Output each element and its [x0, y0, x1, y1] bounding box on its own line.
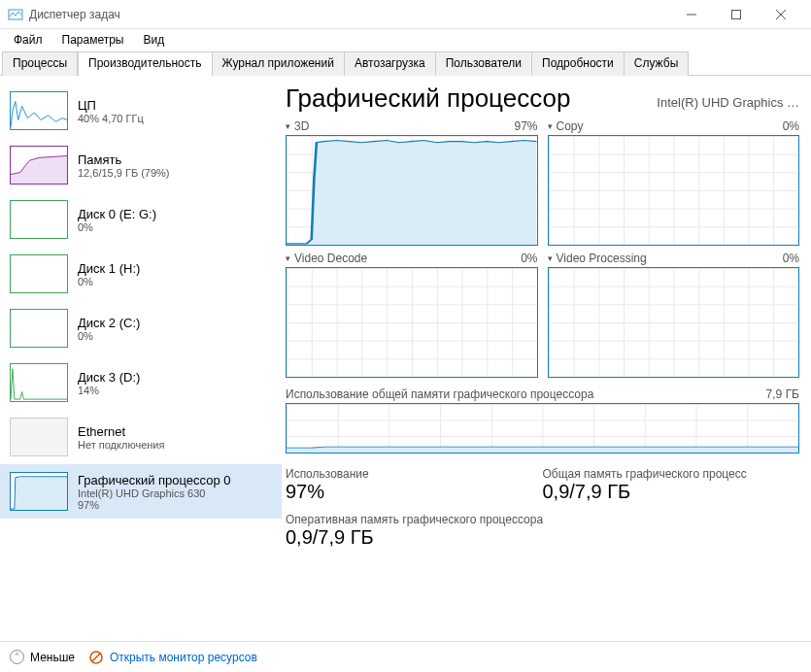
engine-vp-label[interactable]: Video Processing	[557, 252, 647, 265]
engine-vd-label[interactable]: Video Decode	[294, 252, 367, 265]
sidebar-item-disk3[interactable]: Диск 3 (D:) 14%	[0, 355, 282, 410]
menu-bar: Файл Параметры Вид	[0, 29, 811, 50]
engine-3d-chart	[286, 135, 538, 246]
engine-3d-label[interactable]: 3D	[294, 119, 309, 133]
gpu0-sub: Intel(R) UHD Graphics 630	[78, 487, 231, 499]
open-resmon-label: Открыть монитор ресурсов	[110, 651, 257, 664]
engine-vp-pct: 0%	[783, 252, 799, 265]
chevron-down-icon[interactable]: ▾	[548, 121, 553, 131]
stat-usage: Использование 97%	[286, 467, 543, 503]
stat-usage-label: Использование	[286, 467, 543, 481]
engine-vd-chart	[286, 267, 538, 378]
resmon-icon	[88, 650, 104, 665]
gpu0-thumb-chart	[10, 472, 68, 511]
shared-memory-chart	[286, 403, 799, 454]
disk3-label: Диск 3 (D:)	[78, 370, 140, 385]
svg-marker-6	[11, 477, 67, 510]
stat-dedicated: Оперативная память графического процессо…	[286, 513, 799, 549]
engine-copy-chart	[548, 135, 800, 246]
svg-marker-5	[11, 156, 67, 185]
chevron-down-icon[interactable]: ▾	[286, 121, 290, 131]
tab-details[interactable]: Подробности	[531, 51, 625, 76]
sidebar-item-gpu0[interactable]: Графический процессор 0 Intel(R) UHD Gra…	[0, 464, 282, 519]
memory-thumb-chart	[10, 146, 68, 185]
stat-shared-label: Общая память графического процесс	[543, 467, 800, 481]
sidebar-item-cpu[interactable]: ЦП 40% 4,70 ГГц	[0, 84, 282, 138]
menu-view[interactable]: Вид	[135, 31, 172, 49]
ethernet-thumb-chart	[10, 418, 68, 456]
shared-memory-label: Использование общей памяти графического …	[286, 387, 593, 401]
svg-marker-8	[287, 447, 798, 453]
chevron-up-icon: ˄	[10, 650, 24, 664]
engine-vp-chart	[548, 267, 800, 378]
svg-line-10	[92, 654, 100, 661]
window-title: Диспетчер задач	[29, 8, 669, 21]
disk2-thumb-chart	[10, 309, 68, 348]
stat-shared-value: 0,9/7,9 ГБ	[543, 481, 800, 503]
tab-services[interactable]: Службы	[624, 51, 689, 76]
disk2-sub: 0%	[78, 330, 140, 342]
disk0-thumb-chart	[10, 200, 68, 239]
fewer-details-button[interactable]: ˄ Меньше	[10, 650, 75, 664]
chevron-down-icon[interactable]: ▾	[286, 253, 290, 263]
engine-3d-pct: 97%	[514, 119, 537, 133]
minimize-button[interactable]	[669, 0, 714, 29]
gpu-device-name: Intel(R) UHD Graphics …	[657, 95, 799, 110]
tab-processes[interactable]: Процессы	[2, 51, 78, 76]
disk0-label: Диск 0 (E: G:)	[78, 207, 156, 221]
sidebar-item-disk0[interactable]: Диск 0 (E: G:) 0%	[0, 192, 282, 247]
disk1-sub: 0%	[78, 276, 140, 287]
cpu-thumb-chart	[10, 91, 68, 130]
maximize-button[interactable]	[714, 0, 759, 29]
window-titlebar: Диспетчер задач	[0, 0, 811, 29]
memory-sub: 12,6/15,9 ГБ (79%)	[78, 167, 170, 179]
sidebar-item-memory[interactable]: Память 12,6/15,9 ГБ (79%)	[0, 138, 282, 192]
memory-label: Память	[78, 152, 170, 167]
gpu0-pct: 97%	[78, 499, 231, 511]
disk0-sub: 0%	[78, 221, 156, 233]
menu-options[interactable]: Параметры	[54, 31, 132, 49]
tab-strip: Процессы Производительность Журнал прило…	[0, 50, 811, 76]
engine-copy-label[interactable]: Copy	[557, 119, 584, 133]
footer-bar: ˄ Меньше Открыть монитор ресурсов	[0, 641, 811, 672]
stat-shared: Общая память графического процесс 0,9/7,…	[543, 467, 800, 503]
sidebar-item-ethernet[interactable]: Ethernet Нет подключения	[0, 410, 282, 464]
disk3-sub: 14%	[78, 385, 140, 396]
gpu0-label: Графический процессор 0	[78, 473, 231, 487]
engine-3d: ▾3D 97%	[286, 119, 538, 246]
app-icon	[8, 7, 23, 22]
tab-performance[interactable]: Производительность	[78, 51, 212, 76]
engine-copy-pct: 0%	[783, 119, 799, 133]
cpu-label: ЦП	[78, 98, 144, 113]
engine-vd-pct: 0%	[521, 252, 537, 265]
menu-file[interactable]: Файл	[6, 31, 51, 49]
engine-copy: ▾Copy 0%	[548, 119, 800, 246]
engine-video-processing: ▾Video Processing 0%	[548, 252, 800, 378]
chevron-down-icon[interactable]: ▾	[548, 253, 553, 263]
open-resmon-link[interactable]: Открыть монитор ресурсов	[88, 650, 257, 665]
sidebar-item-disk2[interactable]: Диск 2 (C:) 0%	[0, 301, 282, 355]
shared-memory-max: 7,9 ГБ	[766, 387, 799, 401]
performance-sidebar: ЦП 40% 4,70 ГГц Память 12,6/15,9 ГБ (79%…	[0, 76, 282, 639]
page-title: Графический процессор	[286, 84, 570, 114]
stat-dedicated-label: Оперативная память графического процессо…	[286, 513, 799, 526]
cpu-sub: 40% 4,70 ГГц	[78, 113, 144, 124]
fewer-details-label: Меньше	[30, 651, 75, 664]
disk2-label: Диск 2 (C:)	[78, 316, 140, 330]
close-button[interactable]	[759, 0, 803, 29]
stat-dedicated-value: 0,9/7,9 ГБ	[286, 526, 799, 549]
disk1-label: Диск 1 (H:)	[78, 261, 140, 276]
svg-marker-7	[287, 140, 537, 245]
stat-usage-value: 97%	[286, 481, 543, 503]
main-detail-pane: Графический процессор Intel(R) UHD Graph…	[282, 76, 811, 639]
disk3-thumb-chart	[10, 363, 68, 402]
content-area: ЦП 40% 4,70 ГГц Память 12,6/15,9 ГБ (79%…	[0, 76, 811, 639]
ethernet-sub: Нет подключения	[78, 439, 164, 451]
tab-users[interactable]: Пользователи	[435, 51, 532, 76]
svg-rect-2	[732, 10, 741, 18]
tab-app-history[interactable]: Журнал приложений	[212, 51, 345, 76]
tab-startup[interactable]: Автозагрузка	[344, 51, 436, 76]
sidebar-item-disk1[interactable]: Диск 1 (H:) 0%	[0, 247, 282, 301]
disk1-thumb-chart	[10, 254, 68, 293]
shared-memory-section: Использование общей памяти графического …	[286, 387, 799, 454]
